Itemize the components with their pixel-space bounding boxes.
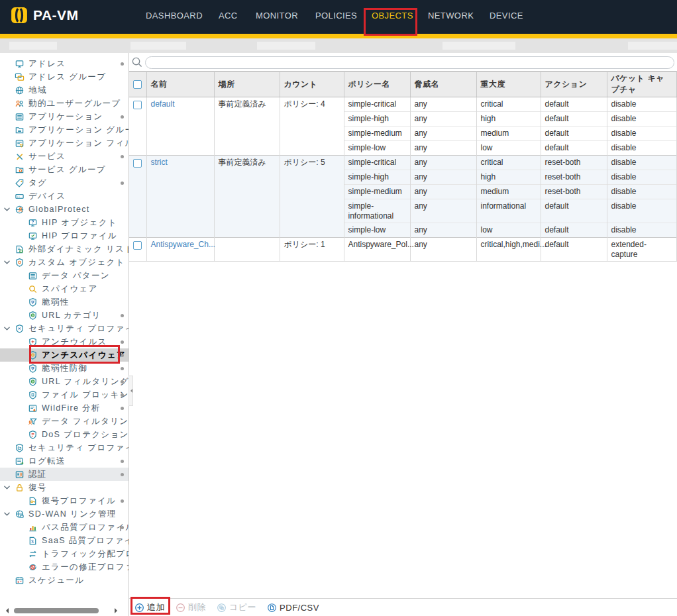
paloalto-logo-icon <box>11 7 28 24</box>
sidebar-item-decryption-profile[interactable]: 復号プロファイル <box>0 494 129 507</box>
sidebar-item-external-dynamic-lists[interactable]: 外部ダイナミック リスト <box>0 242 129 256</box>
action-cell: default <box>541 97 607 112</box>
sidebar-collapse-handle[interactable] <box>129 376 133 406</box>
table-row: default 事前定義済み ポリシー: 4 simple-critical a… <box>129 97 677 112</box>
tab-policies[interactable]: POLICIES <box>315 11 357 21</box>
threat-cell: any <box>410 238 476 262</box>
tab-network[interactable]: NETWORK <box>428 11 474 21</box>
scroll-right-arrow-icon[interactable] <box>115 608 120 613</box>
status-dot <box>121 380 124 384</box>
column-header-packet-capture[interactable]: パケット キャプチャ <box>607 72 677 97</box>
chevron-down-icon[interactable] <box>4 207 10 211</box>
row-checkbox[interactable] <box>133 241 142 250</box>
sidebar-item-services[interactable]: サービス <box>0 150 129 163</box>
sidebar-item-tags[interactable]: タグ <box>0 176 129 189</box>
main-content: 名前 場所 カウント ポリシー名 脅威名 重大度 アクション パケット キャプチ… <box>129 53 677 616</box>
sidebar-item-path-quality-profile[interactable]: パス品質プロファイル <box>0 521 129 534</box>
sidebar-item-address[interactable]: アドレス <box>0 57 129 70</box>
threat-cell: any <box>410 127 476 141</box>
sidebar-item-antivirus[interactable]: アンチウイルス <box>0 335 129 348</box>
action-cell: default <box>541 238 607 262</box>
threat-cell: any <box>410 170 476 185</box>
sidebar-item-sdwan-link-management[interactable]: SD-WAN リンク管理 <box>0 507 129 521</box>
severity-cell: critical <box>476 97 541 112</box>
sidebar-item-security-profile-groups[interactable]: セキュリティ プロファイル グループ <box>0 441 129 454</box>
sidebar-item-schedules[interactable]: スケジュール <box>0 574 129 587</box>
tab-monitor[interactable]: MONITOR <box>256 11 298 21</box>
row-checkbox[interactable] <box>133 159 142 168</box>
column-header-action[interactable]: アクション <box>541 72 607 97</box>
sidebar-item-error-correction-profile[interactable]: エラーの修正プロファイル <box>0 560 129 574</box>
sidebar-horizontal-scrollbar[interactable] <box>0 605 129 616</box>
sidebar-item-url-category[interactable]: URL カテゴリ <box>0 309 129 322</box>
sidebar-item-applications[interactable]: アプリケーション <box>0 110 129 123</box>
top-navigation-bar: PA-VM DASHBOARD ACC MONITOR POLICIES OBJ… <box>0 0 677 34</box>
count-cell: ポリシー: 5 <box>280 156 344 238</box>
sidebar-item-application-groups[interactable]: アプリケーション グループ <box>0 123 129 136</box>
plus-circle-icon <box>134 603 144 613</box>
sidebar-item-anti-spyware[interactable]: アンチスパイウェア <box>0 348 129 362</box>
threat-cell: any <box>410 185 476 199</box>
sidebar-item-wildfire-analysis[interactable]: WildFire 分析 <box>0 401 129 415</box>
severity-cell: low <box>476 223 541 238</box>
chevron-down-icon[interactable] <box>4 327 10 331</box>
severity-cell: medium <box>476 185 541 199</box>
row-checkbox[interactable] <box>133 101 142 109</box>
add-button[interactable]: 追加 <box>134 601 165 613</box>
delete-button[interactable]: 削除 <box>176 601 206 613</box>
sidebar-item-hip-profiles[interactable]: HIP プロファイル <box>0 229 129 242</box>
copy-circle-icon <box>217 603 227 613</box>
search-input[interactable] <box>145 56 674 69</box>
sidebar-item-vulnerability[interactable]: 脆弱性 <box>0 295 129 309</box>
sidebar-item-spyware[interactable]: スパイウェア <box>0 282 129 295</box>
sidebar-item-vulnerability-protection[interactable]: 脆弱性防御 <box>0 362 129 375</box>
table-header-row: 名前 場所 カウント ポリシー名 脅威名 重大度 アクション パケット キャプチ… <box>129 72 677 97</box>
sidebar-item-custom-objects[interactable]: カスタム オブジェクト <box>0 256 129 269</box>
chevron-down-icon[interactable] <box>4 512 10 516</box>
select-all-checkbox[interactable] <box>133 80 142 89</box>
sidebar-item-log-forwarding[interactable]: ログ転送 <box>0 454 129 468</box>
threat-cell: any <box>410 97 476 112</box>
chevron-down-icon[interactable] <box>4 486 10 489</box>
tab-device[interactable]: DEVICE <box>490 11 523 21</box>
sidebar-item-saas-quality-profile[interactable]: SaaS 品質プロファイル <box>0 534 129 547</box>
chevron-down-icon[interactable] <box>4 260 10 264</box>
sidebar-item-file-blocking[interactable]: ファイル ブロッキング <box>0 388 129 401</box>
tab-objects[interactable]: OBJECTS <box>372 11 413 21</box>
column-header-policy-name[interactable]: ポリシー名 <box>344 72 410 97</box>
tab-dashboard[interactable]: DASHBOARD <box>146 11 203 21</box>
sidebar-item-data-filtering[interactable]: データ フィルタリング <box>0 415 129 428</box>
sidebar-item-authentication[interactable]: 認証 <box>0 468 129 481</box>
scroll-left-arrow-icon[interactable] <box>3 608 9 613</box>
sidebar-item-address-groups[interactable]: アドレス グループ <box>0 70 129 83</box>
column-header-severity[interactable]: 重大度 <box>476 72 541 97</box>
sidebar-item-application-filters[interactable]: アプリケーション フィルタ <box>0 136 129 150</box>
copy-button[interactable]: コピー <box>217 601 256 613</box>
profile-name-link[interactable]: Antispyware_Ch... <box>151 240 215 249</box>
column-header-threat-name[interactable]: 脅威名 <box>410 72 476 97</box>
profile-name-link[interactable]: default <box>151 99 175 109</box>
column-header-name[interactable]: 名前 <box>146 72 214 97</box>
sidebar-item-url-filtering[interactable]: URL フィルタリング <box>0 375 129 388</box>
sidebar-item-hip-objects[interactable]: HIP オブジェクト <box>0 216 129 229</box>
sidebar-item-dynamic-user-groups[interactable]: 動的ユーザーグループ <box>0 97 129 110</box>
profile-name-link[interactable]: strict <box>151 158 168 167</box>
policy-cell: simple-critical <box>344 156 410 170</box>
sidebar-item-service-groups[interactable]: サービス グループ <box>0 163 129 176</box>
pdf-csv-button[interactable]: PDF/CSV <box>267 603 319 613</box>
sidebar-item-globalprotect[interactable]: GlobalProtect <box>0 203 129 216</box>
sidebar-item-security-profiles[interactable]: セキュリティ プロファイル <box>0 322 129 335</box>
column-header-location[interactable]: 場所 <box>214 72 280 97</box>
tab-acc[interactable]: ACC <box>219 11 238 21</box>
sidebar-item-traffic-distribution-profile[interactable]: トラフィック分配プロファイル <box>0 547 129 560</box>
column-header-count[interactable]: カウント <box>280 72 344 97</box>
sidebar-item-regions[interactable]: 地域 <box>0 83 129 97</box>
sidebar-item-data-patterns[interactable]: データ パターン <box>0 269 129 282</box>
sidebar-item-dos-protection[interactable]: DoS プロテクション <box>0 428 129 441</box>
action-cell: default <box>541 112 607 127</box>
capture-cell: disable <box>607 97 677 112</box>
antispyware-profiles-table: 名前 場所 カウント ポリシー名 脅威名 重大度 アクション パケット キャプチ… <box>129 71 677 262</box>
scrollbar-thumb[interactable] <box>14 608 99 613</box>
sidebar-item-decryption[interactable]: 復号 <box>0 481 129 494</box>
sidebar-item-devices[interactable]: デバイス <box>0 189 129 203</box>
